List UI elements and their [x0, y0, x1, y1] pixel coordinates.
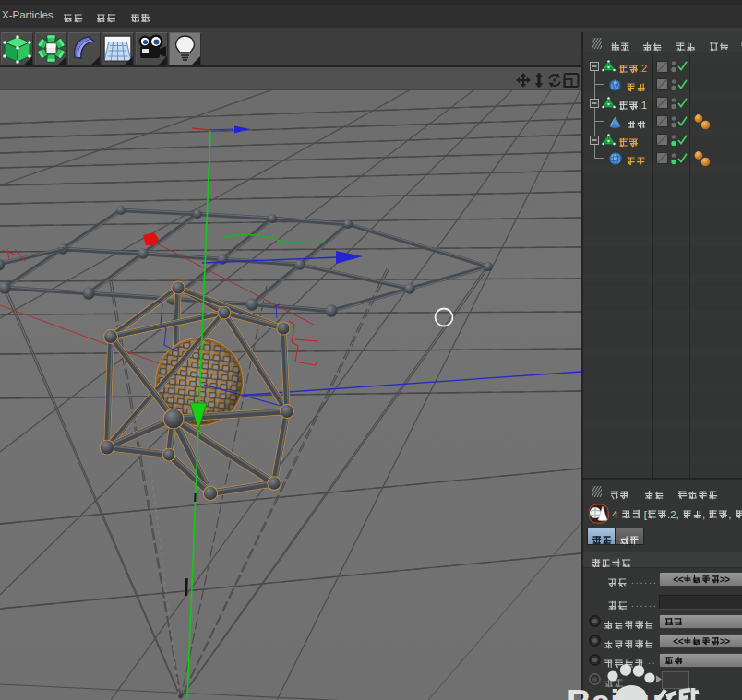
- svg-text:Baidu: Baidu: [567, 683, 662, 700]
